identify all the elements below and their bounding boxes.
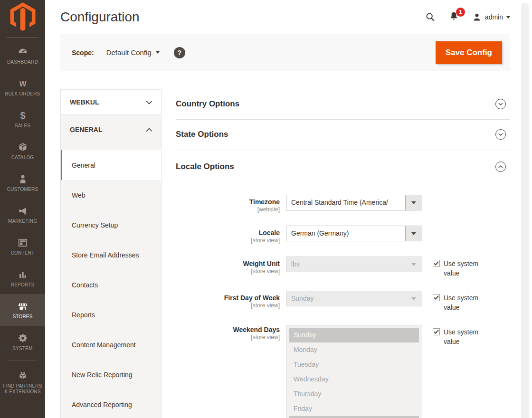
field-scope-note: [store view] [176, 237, 280, 244]
person-icon [472, 12, 482, 22]
config-nav-item-content-management[interactable]: Content Management [61, 330, 161, 360]
sidebar-item-customers[interactable]: CUSTOMERS [0, 167, 45, 199]
timezone-select[interactable]: Central Standard Time (America/ [286, 195, 422, 210]
config-nav-item-label: Contacts [72, 281, 98, 289]
field-row-locale: Locale [store view] German (Germany) [176, 226, 510, 244]
config-nav-item-contacts[interactable]: Contacts [61, 270, 161, 300]
use-system-value-label: Use system value [444, 293, 486, 312]
admin-user-menu[interactable]: admin [472, 12, 510, 22]
field-row-weight-unit: Weight Unit [store view] lbs Use sys [176, 256, 510, 278]
config-nav-section-general[interactable]: GENERAL [61, 114, 161, 144]
scope-switcher-dropdown[interactable]: Default Config [106, 48, 160, 57]
sidebar-item-reports[interactable]: REPORTS [0, 262, 45, 294]
notifications-button[interactable]: 1 [448, 11, 459, 24]
multiselect-option-wednesday: Wednesday [289, 372, 419, 387]
page-body: Scope: Default Config ? Save Config WEBK… [45, 34, 532, 418]
select-arrow-icon [405, 226, 422, 241]
use-system-value-checkbox[interactable] [433, 328, 440, 335]
sidebar-item-bulk-orders[interactable]: W BULK ORDERS [0, 71, 45, 103]
search-icon[interactable] [425, 12, 436, 22]
page-header: Configuration 1 admin [45, 0, 532, 34]
use-system-value-weekend-days: Use system value [433, 325, 486, 346]
multiselect-option-saturday: Saturday [289, 416, 419, 418]
field-label: Weight Unit [store view] [176, 256, 280, 275]
section-country-options[interactable]: Country Options [176, 89, 510, 120]
notification-count-badge: 1 [456, 8, 465, 17]
page-title: Configuration [60, 10, 425, 25]
sidebar-item-label: REPORTS [9, 282, 37, 288]
weight-unit-select-value: lbs [286, 257, 405, 272]
locale-select[interactable]: German (Germany) [286, 226, 422, 241]
config-nav-item-currency-setup[interactable]: Currency Setup [61, 210, 161, 240]
multiselect-option-friday: Friday [289, 401, 419, 416]
section-locale-options[interactable]: Locale Options [176, 150, 510, 195]
config-nav-item-general[interactable]: General [61, 150, 161, 180]
config-nav-section-webkul[interactable]: WEBKUL [61, 90, 161, 114]
config-nav-item-reports[interactable]: Reports [61, 300, 161, 330]
field-scope-note: [website] [176, 206, 280, 213]
field-label-text: Weight Unit [176, 260, 280, 267]
use-system-value-checkbox[interactable] [433, 294, 440, 301]
chevron-up-circle-icon[interactable] [495, 162, 506, 172]
config-nav-item-store-email-addresses[interactable]: Store Email Addresses [61, 240, 161, 270]
field-row-first-day-of-week: First Day of Week [store view] Sunday [176, 291, 510, 312]
field-label-text: Timezone [176, 198, 280, 206]
sidebar-item-label: SYSTEM [10, 346, 34, 352]
header-actions: 1 admin [425, 11, 510, 24]
gear-icon [17, 332, 28, 344]
sidebar-item-label: FIND PARTNERS & EXTENSIONS [0, 383, 45, 395]
use-system-value-weight-unit: Use system value [433, 256, 486, 278]
config-nav-item-web[interactable]: Web [61, 180, 161, 210]
config-nav-item-new-relic-reporting[interactable]: New Relic Reporting [61, 360, 161, 390]
sidebar-item-catalog[interactable]: CATALOG [0, 135, 45, 167]
locale-select-value: German (Germany) [286, 226, 405, 241]
magento-logo[interactable] [0, 0, 45, 33]
help-icon[interactable]: ? [174, 47, 185, 58]
chevron-down-circle-icon[interactable] [495, 99, 506, 109]
use-system-value-checkbox[interactable] [433, 260, 440, 267]
sidebar-item-marketing[interactable]: MARKETING [0, 199, 45, 230]
save-config-button[interactable]: Save Config [436, 41, 502, 64]
bar-chart-icon [17, 269, 28, 280]
sidebar-item-label: CATALOG [10, 155, 36, 161]
multiselect-option-sunday: Sunday [289, 328, 419, 342]
field-scope-note: [store view] [176, 334, 280, 341]
chevron-down-icon [156, 51, 160, 54]
config-nav-item-label: Content Management [72, 341, 136, 349]
sidebar-item-content[interactable]: CONTENT [0, 230, 45, 262]
magento-logo-icon [10, 2, 36, 31]
first-day-of-week-select: Sunday [286, 291, 422, 306]
admin-user-name: admin [485, 13, 503, 21]
config-nav-section-label: WEBKUL [70, 98, 99, 106]
multiselect-option-monday: Monday [289, 342, 419, 357]
w-icon: W [17, 78, 28, 89]
sidebar-item-stores[interactable]: STORES [0, 294, 45, 326]
config-nav-items: General Web Currency Setup Store Email A… [61, 144, 161, 418]
svg-text:$: $ [20, 110, 25, 121]
config-nav-item-label: Web [72, 191, 86, 199]
scope-bar: Scope: Default Config ? Save Config [60, 34, 510, 71]
config-main: Country Options State Options Locale Opt… [176, 89, 510, 418]
menu-divider [8, 361, 38, 361]
field-scope-note: [store view] [176, 268, 280, 275]
sidebar-item-label: CUSTOMERS [5, 187, 40, 192]
sidebar-item-dashboard[interactable]: DASHBOARD [0, 39, 45, 71]
page-scrollbar[interactable] [521, 3, 529, 418]
chevron-up-icon [146, 128, 152, 132]
config-nav-item-label: General [72, 162, 95, 169]
checkmark-icon [434, 295, 439, 300]
config-nav-item-advanced-reporting[interactable]: Advanced Reporting [61, 390, 161, 418]
sidebar-item-label: DASHBOARD [5, 59, 40, 65]
dollar-icon: $ [17, 110, 28, 121]
sidebar-item-label: BULK ORDERS [3, 91, 42, 97]
weekend-days-multiselect: Sunday Monday Tuesday Wednesday Thursday… [286, 325, 422, 418]
section-title: Country Options [176, 99, 239, 109]
sidebar-item-find-partners[interactable]: FIND PARTNERS & EXTENSIONS [0, 364, 45, 401]
sidebar-item-sales[interactable]: $ SALES [0, 103, 45, 135]
box-icon [17, 142, 28, 153]
config-nav-item-label: Reports [72, 311, 95, 319]
section-state-options[interactable]: State Options [176, 120, 510, 150]
chevron-down-circle-icon[interactable] [495, 129, 506, 140]
first-day-select-value: Sunday [286, 291, 405, 306]
sidebar-item-system[interactable]: SYSTEM [0, 326, 45, 358]
